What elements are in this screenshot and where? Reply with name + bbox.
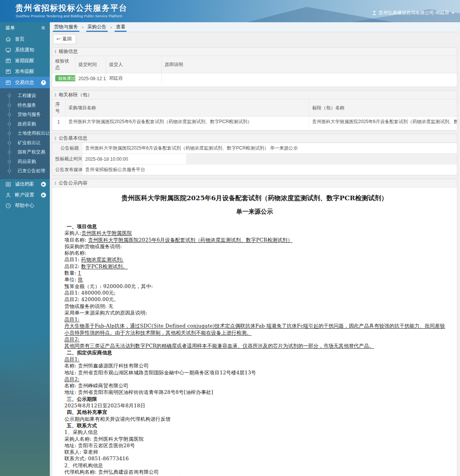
submit-time-cell: 2025-08-12 10:06 xyxy=(75,73,106,84)
section-mark: ‖ xyxy=(54,136,56,141)
breadcrumb-procurement-announcement[interactable]: 采购公告 xyxy=(86,22,108,32)
doc-line: 采购人:贵州医科大学附属医院 xyxy=(61,230,449,236)
sidebar-item-account-settings[interactable]: 帐户设置 ▶ xyxy=(0,190,50,201)
field-label: 投标截止时间 xyxy=(52,154,82,165)
sidebar-submenu: 工程建设特色服务货物与服务政府采购土地使用权出让矿业权出让国有产权交易药品采购已… xyxy=(0,88,50,179)
doc-line: 其他同类有三类证产品无法达到数字PCR的精确度或者适用样本不能兼容血液、仪器所涉… xyxy=(61,343,449,349)
sidebar-subitem-drug-procurement[interactable]: 药品采购 xyxy=(0,157,50,166)
user-icon xyxy=(372,10,377,15)
packages-table-row: 1贵州医科大学附属医院2025年6月设备配套试剂（药物浓度监测试剂、数字PCR检… xyxy=(52,117,457,127)
sidebar-item-help-center[interactable]: ? 帮助中心 xyxy=(0,201,50,211)
doc-line: 四、其他补充事宜 xyxy=(61,409,449,415)
user-menu[interactable]: 贵州弘典建设咨询有限公司-邓廷容 ▼ xyxy=(372,10,455,16)
doc-line: 品目1: xyxy=(61,316,449,323)
sidebar-subitem-mining-right[interactable]: 矿业权出让 xyxy=(0,138,50,148)
section-mark: ‖ xyxy=(54,49,56,54)
doc-line: 品目1: xyxy=(61,356,449,362)
status-badge: 核验通过 xyxy=(55,75,75,81)
section-title: 核验信息 xyxy=(59,48,78,55)
sidebar-item-label: 帮助中心 xyxy=(15,203,34,209)
panel-padding xyxy=(52,127,457,130)
breadcrumb-view[interactable]: 查看 xyxy=(115,22,127,32)
doc-line: 单位: 批 xyxy=(61,276,449,283)
verify-panel-header: ‖ 核验信息 xyxy=(52,48,457,56)
packages-panel: ‖ 相关标段（包） 序号 采购项目名称 标段（包）名称 1贵州医科大学附属医院2… xyxy=(52,91,457,130)
verify-panel: ‖ 核验信息 核验状态 提交时间 提交人 原因说明 核验通过2025-08-12… xyxy=(52,47,457,87)
sidebar-subitem-land-use-right[interactable]: 土地使用权出让 xyxy=(0,128,50,138)
notice-document: 贵州医科大学附属医院2025年6月设备配套试剂（药物浓度监测试剂、数字PCR检测… xyxy=(52,188,457,476)
menu-label: 菜单 xyxy=(5,25,15,31)
section-mark: ‖ xyxy=(54,92,56,98)
basic-info-row: 公告发布媒体贵州省招标投标公共服务平台 xyxy=(52,165,457,175)
sidebar-item-home[interactable]: 首页 xyxy=(0,34,50,44)
platform-title: 贵州省招标投标公共服务平台 xyxy=(15,3,128,13)
breadcrumb-separator: › xyxy=(79,22,86,32)
back-button[interactable]: ↩ 返回 xyxy=(53,34,76,44)
notice-doc-body: 一、项目信息采购人:贵州医科大学附属医院项目名称: 贵州医科大学附属医院2025… xyxy=(61,223,449,476)
doc-line: 2、代理机构信息 xyxy=(61,462,449,469)
sidebar-item-label: 发布提醒 xyxy=(15,68,34,75)
doc-line: 品目2: 数字PCR检测试剂。 xyxy=(61,263,449,270)
doc-line: 2025年8月12日至2025年8月18日 xyxy=(61,402,449,409)
sidebar-item-publish-reminder[interactable]: 发布提醒 xyxy=(0,66,50,77)
doc-line: 项目名称: 贵州医科大学附属医院2025年6月设备配套试剂（药物浓度监测试剂、数… xyxy=(61,237,449,243)
monitor-icon xyxy=(5,47,11,53)
sidebar-item-credit-archive[interactable]: 诚信档案 ▶ xyxy=(0,179,50,190)
doc-line: 名称: 贵州峥嵘商贸有限公司 xyxy=(61,382,449,389)
package-name-cell: 贵州医科大学附属医院2025年6月设备配套试剂（药物浓度监测试剂、数字PCR检测… xyxy=(309,117,457,127)
main-content: 货物与服务 › 采购公告 › 查看 ↩ 返回 ‖ 核验信息 核验状态 提交时间 … xyxy=(50,22,460,476)
doc-line: 拟采购的货物或服务说明: xyxy=(61,243,449,250)
sidebar-subitem-government-procurement[interactable]: 政府采购 xyxy=(0,119,50,129)
sidebar-subitem-featured-services[interactable]: 特色服务 xyxy=(0,100,50,110)
column-header: 原因说明 xyxy=(161,56,457,73)
doc-line: 公示期内如果有相关异议请向代理机构进行反馈 xyxy=(61,416,449,422)
doc-line: 地址: 贵州省贵阳市观山湖区林城路贵阳国际金融中心一期商务区项目12号楼4层13… xyxy=(61,369,449,376)
doc-line: 采购人名称: 贵州医科大学附属医院 xyxy=(61,436,449,442)
sidebar-item-label: 诚信档案 xyxy=(15,181,34,188)
submitter-cell: 邓廷容 xyxy=(106,73,161,84)
verify-table-row: 核验通过2025-08-12 10:06邓廷容 xyxy=(52,73,457,84)
doc-line: 采用单一来源采购方式的原因及说明: xyxy=(61,310,449,316)
doc-line: 货物或服务的说明: 无 xyxy=(61,303,449,310)
sidebar-item-system-notice[interactable]: 系统通知 xyxy=(0,44,50,55)
sidebar-item-label: 系统通知 xyxy=(15,47,34,53)
hamburger-icon[interactable]: ≡ xyxy=(41,25,45,31)
field-value: 贵州省招标投标公共服务平台 xyxy=(82,165,457,175)
packages-table: 序号 采购项目名称 标段（包）名称 1贵州医科大学附属医院2025年6月设备配套… xyxy=(52,99,457,127)
verify-status-cell: 核验通过 xyxy=(52,73,75,84)
verify-table: 核验状态 提交时间 提交人 原因说明 核验通过2025-08-12 10:06邓… xyxy=(52,56,457,84)
panel-padding xyxy=(52,84,457,87)
svg-text:?: ? xyxy=(7,204,9,208)
column-header: 提交时间 xyxy=(75,56,106,73)
sidebar-subitem-published-announcements[interactable]: 已发公告处理 xyxy=(0,166,50,176)
list-icon xyxy=(5,181,11,187)
sidebar-item-label: 逾期提醒 xyxy=(15,58,34,64)
home-icon xyxy=(5,36,11,42)
sidebar-subitem-state-property[interactable]: 国有产权交易 xyxy=(0,147,50,157)
sidebar: 菜单 ≡ 首页 系统通知 逾期提醒 发布提醒 交易信息 ▼ 工程建设特色服务货物… xyxy=(0,22,50,476)
toolbar: ↩ 返回 xyxy=(50,32,460,45)
column-header: 采购项目名称 xyxy=(65,99,309,117)
basic-info-panel-header: ‖ 公告基本信息 xyxy=(52,134,457,143)
doc-line: 丹大生物基于Fab-Alp抗体，通过SDC(Site Defined conju… xyxy=(61,323,449,336)
doc-line: 品目1: 药物浓度监测试剂; xyxy=(61,256,449,263)
project-name-cell: 贵州医科大学附属医院2025年6月设备配套试剂（药物浓度监测试剂、数字PCR检测… xyxy=(65,117,309,127)
row-number-cell: 1 xyxy=(52,117,65,127)
section-title: 公告基本信息 xyxy=(59,135,87,142)
field-value: 贵州医科大学附属医院2025年6月设备配套试剂（药物浓度监测试剂、数字PCR检测… xyxy=(82,143,457,154)
sidebar-menu-top: 首页 系统通知 逾期提醒 发布提醒 交易信息 ▼ xyxy=(0,34,50,88)
doc-line: 品目1: 480000.00元; xyxy=(61,290,449,296)
doc-icon xyxy=(5,69,11,74)
sidebar-subitem-engineering-construction[interactable]: 工程建设 xyxy=(0,91,50,100)
sidebar-item-transaction-info[interactable]: 交易信息 ▼ xyxy=(0,77,50,88)
sidebar-item-label: 首页 xyxy=(15,36,25,43)
doc-line: 名称: 贵州恒鑫盛源医疗科技有限公司 xyxy=(61,362,449,369)
breadcrumb-goods-services[interactable]: 货物与服务 xyxy=(53,22,79,32)
sidebar-item-overdue-reminder[interactable]: 逾期提醒 xyxy=(0,55,50,66)
app-header: 贵州省招标投标公共服务平台 GuiZhou Province Tendering… xyxy=(0,0,460,22)
basic-info-table: 公告标题贵州医科大学附属医院2025年6月设备配套试剂（药物浓度监测试剂、数字P… xyxy=(52,143,457,175)
user-name: 贵州弘典建设咨询有限公司-邓廷容 xyxy=(379,10,449,16)
platform-subtitle: GuiZhou Province Tendering and Bidding P… xyxy=(16,14,122,18)
filler-cell xyxy=(186,154,457,165)
sidebar-subitem-goods-services[interactable]: 货物与服务 xyxy=(0,110,50,119)
